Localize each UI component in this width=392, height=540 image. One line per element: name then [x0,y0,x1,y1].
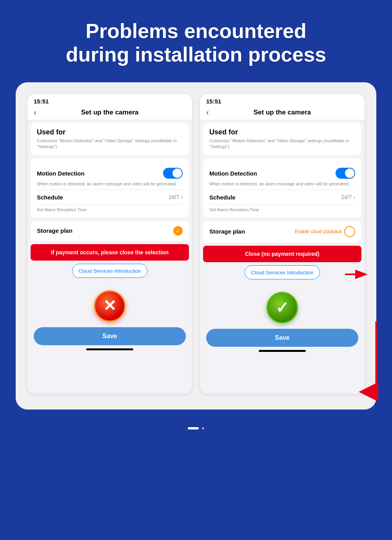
right-used-for-card: Used for Customize "Motion Detection" an… [203,123,361,156]
left-motion-toggle[interactable] [163,168,183,179]
left-phone-screen: 15:51 ‹ Set up the camera Used for Custo… [27,94,192,394]
left-save-button[interactable]: Save [34,327,186,345]
right-nav-bar: ‹ Set up the camera [200,106,365,120]
left-used-for-card: Used for Customize "Motion Detection" an… [31,123,189,156]
main-card: 15:51 ‹ Set up the camera Used for Custo… [16,82,376,410]
right-storage-row: Storage plan Enable cloud playback [209,226,355,237]
right-motion-card: Motion Detection When motion is detected… [203,158,361,217]
right-schedule-value: 24/7 › [341,194,355,200]
left-nav-title: Set up the camera [81,109,138,116]
right-used-for-subtitle: Customize "Motion Detection" and "Video … [209,138,355,150]
right-used-for-title: Used for [209,128,355,136]
right-storage-label: Storage plan [209,228,245,235]
right-motion-row: Motion Detection [209,164,355,181]
right-red-banner-text: Close (no payment required) [245,251,319,257]
left-home-indicator [86,348,133,350]
nav-dot-inactive [202,427,204,429]
nav-dot-active [188,427,199,429]
left-nav-bar: ‹ Set up the camera [27,106,192,120]
left-phone-content: Used for Customize "Motion Detection" an… [27,120,192,394]
right-red-banner[interactable]: Close (no payment required) [203,246,361,262]
right-success-check: ✓ [276,299,289,317]
left-icon-section: ✕ [31,283,189,326]
right-icon-section: ✓ [203,284,361,327]
right-enable-cloud-text: Enable cloud playback [295,229,342,234]
right-phone-wrapper: 15:51 ‹ Set up the camera Used for Custo… [200,94,365,394]
left-motion-card: Motion Detection When motion is detected… [31,158,189,217]
left-back-arrow[interactable]: ‹ [34,108,36,117]
arrow-to-save [357,321,392,408]
left-motion-label: Motion Detection [37,170,85,177]
header-section: Problems encountered during installation… [0,0,392,82]
right-storage-card: Storage plan Enable cloud playback [203,221,361,243]
left-error-x: ✕ [103,298,116,313]
left-schedule-label: Schedule [37,194,63,201]
right-schedule-label: Schedule [209,194,236,201]
left-storage-row: Storage plan ✓ [37,226,183,236]
right-home-indicator [259,350,306,352]
left-schedule-value: 24/7 › [169,194,183,200]
right-back-arrow[interactable]: ‹ [206,108,209,117]
right-alarm-label: Set Alarm Reception Time [209,205,355,212]
left-motion-desc: When motion is detected, an alarm messag… [37,181,183,189]
right-save-btn-text: Save [275,334,289,341]
left-motion-row: Motion Detection [37,164,183,181]
left-status-bar: 15:51 [27,94,192,106]
left-alarm-label: Set Alarm Reception Time [37,205,183,212]
right-toggle-knob [345,169,354,178]
left-cloud-intro-btn[interactable]: Cloud Services Introduction [72,264,148,278]
left-storage-check: ✓ [173,226,183,236]
arrow-to-storage [345,266,368,282]
right-phone-content: Used for Customize "Motion Detection" an… [200,120,365,394]
left-cloud-intro-text: Cloud Services Introduction [79,268,141,274]
main-title: Problems encountered during installation… [24,20,368,67]
left-used-for-subtitle: Customize "Motion Detection" and "Video … [37,138,183,150]
left-used-for-title: Used for [37,128,183,136]
bottom-nav-dots [188,421,204,433]
left-toggle-knob [172,169,182,178]
right-nav-title: Set up the camera [254,109,311,116]
right-motion-desc: When motion is detected, an alarm messag… [209,181,355,189]
right-save-button[interactable]: Save [206,329,358,347]
left-red-banner-text: If payment occurs, please close the sele… [51,249,169,256]
phones-container: 15:51 ‹ Set up the camera Used for Custo… [25,94,367,394]
right-phone-screen: 15:51 ‹ Set up the camera Used for Custo… [200,94,365,394]
right-cloud-intro-text: Cloud Services Introduction [251,270,314,275]
left-schedule-row[interactable]: Schedule 24/7 › [37,190,183,205]
right-storage-toggle[interactable] [344,226,355,237]
right-schedule-row[interactable]: Schedule 24/7 › [209,190,355,205]
left-storage-card: Storage plan ✓ [31,221,189,241]
right-cloud-intro-btn[interactable]: Cloud Services Introduction [245,265,320,279]
left-save-btn-text: Save [102,333,117,339]
right-status-bar: 15:51 [200,94,365,106]
right-motion-label: Motion Detection [209,170,257,177]
left-storage-label: Storage plan [37,227,73,234]
right-motion-toggle[interactable] [336,168,355,179]
right-success-icon: ✓ [267,292,298,323]
left-error-icon: ✕ [94,290,125,322]
left-red-banner[interactable]: If payment occurs, please close the sele… [31,244,189,261]
